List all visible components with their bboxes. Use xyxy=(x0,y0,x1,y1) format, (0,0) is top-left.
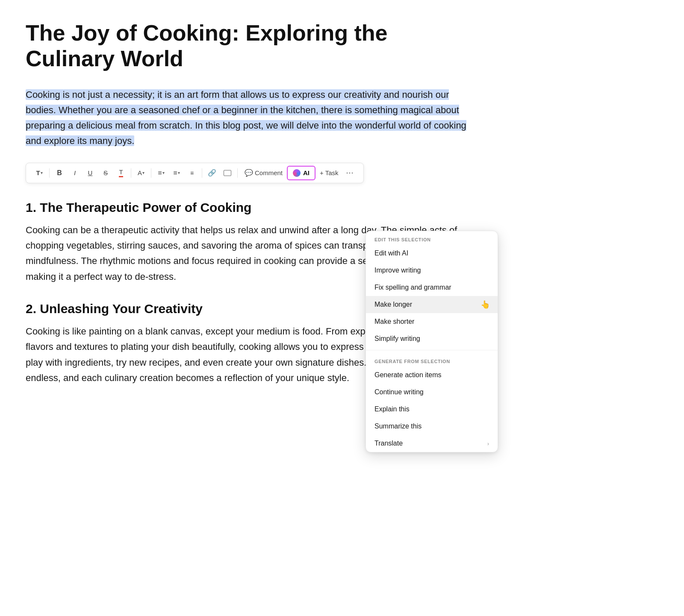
translate-item[interactable]: Translate › xyxy=(366,435,498,452)
text-style-button[interactable]: T ▾ xyxy=(32,166,47,180)
ai-dropdown-menu: EDIT THIS SELECTION Edit with AI Improve… xyxy=(366,231,498,452)
font-button[interactable]: A ▾ xyxy=(134,166,148,180)
simplify-writing-item[interactable]: Simplify writing xyxy=(366,330,498,347)
make-shorter-item[interactable]: Make shorter xyxy=(366,313,498,330)
bold-icon: B xyxy=(57,169,62,177)
generate-section-header: GENERATE FROM SELECTION xyxy=(366,353,498,367)
italic-icon: I xyxy=(74,169,76,176)
bullet-caret-icon: ▾ xyxy=(178,170,180,175)
underline-button[interactable]: U xyxy=(83,166,97,180)
improve-writing-item[interactable]: Improve writing xyxy=(366,262,498,279)
toolbar-font-group: A ▾ xyxy=(134,166,148,180)
more-options-icon: ··· xyxy=(346,168,354,177)
toolbar-align-group: ≡ ▾ ≡ ▾ ≡ xyxy=(154,166,199,180)
cursor-hand-icon: 👆 xyxy=(481,300,490,309)
bold-button[interactable]: B xyxy=(52,166,67,180)
toolbar-insert-group: 🔗 xyxy=(205,166,235,180)
comment-label: Comment xyxy=(255,169,283,176)
text-color-icon: T xyxy=(119,168,123,177)
document-title: The Joy of Cooking: Exploring the Culina… xyxy=(26,21,470,72)
bullet-list-icon: ≡ xyxy=(173,169,177,177)
text-style-icon: T xyxy=(36,169,40,176)
task-label: + Task xyxy=(320,169,339,176)
align-caret-icon: ▾ xyxy=(162,170,165,175)
toolbar-divider-2 xyxy=(131,168,131,178)
continue-writing-item[interactable]: Continue writing xyxy=(366,384,498,401)
translate-arrow-icon: › xyxy=(487,440,489,447)
ai-button[interactable]: AI xyxy=(287,166,315,180)
ai-icon xyxy=(293,169,301,177)
align-icon: ≡ xyxy=(158,169,162,177)
comment-button[interactable]: 💬 Comment xyxy=(240,166,287,180)
indent-icon: ≡ xyxy=(190,170,194,176)
toolbar-divider-4 xyxy=(202,168,202,178)
indent-button[interactable]: ≡ xyxy=(185,166,199,180)
text-color-button[interactable]: T xyxy=(114,166,128,180)
dropdown-separator xyxy=(366,350,498,350)
toolbar-divider-5 xyxy=(237,168,238,178)
make-longer-item[interactable]: Make longer 👆 xyxy=(366,296,498,313)
toolbar-text-group: T ▾ xyxy=(32,166,47,180)
strikethrough-icon: S xyxy=(103,169,108,176)
explain-this-item[interactable]: Explain this xyxy=(366,401,498,418)
toolbar-divider-3 xyxy=(151,168,151,178)
font-caret-icon: ▾ xyxy=(142,170,144,175)
selected-text: Cooking is not just a necessity; it is a… xyxy=(26,89,466,147)
toolbar-divider-1 xyxy=(49,168,50,178)
underline-icon: U xyxy=(88,169,93,176)
font-icon: A xyxy=(138,169,142,176)
task-button[interactable]: + Task xyxy=(315,166,343,180)
align-button[interactable]: ≡ ▾ xyxy=(154,166,168,180)
caret-down-icon: ▾ xyxy=(41,170,43,175)
media-button[interactable] xyxy=(220,166,235,180)
media-icon xyxy=(224,170,231,176)
link-button[interactable]: 🔗 xyxy=(205,166,219,180)
fix-spelling-item[interactable]: Fix spelling and grammar xyxy=(366,279,498,296)
edit-with-ai-item[interactable]: Edit with AI xyxy=(366,245,498,262)
comment-icon: 💬 xyxy=(245,169,253,177)
formatting-toolbar: T ▾ B I U S T A ▾ xyxy=(26,163,364,183)
selected-paragraph-block: Cooking is not just a necessity; it is a… xyxy=(26,87,470,149)
strikethrough-button[interactable]: S xyxy=(98,166,113,180)
bullet-list-button[interactable]: ≡ ▾ xyxy=(169,166,184,180)
toolbar-format-group: B I U S T xyxy=(52,166,128,180)
italic-button[interactable]: I xyxy=(68,166,82,180)
ai-label: AI xyxy=(303,169,310,176)
edit-section-header: EDIT THIS SELECTION xyxy=(366,231,498,245)
summarize-this-item[interactable]: Summarize this xyxy=(366,418,498,435)
section1-heading: 1. The Therapeutic Power of Cooking xyxy=(26,200,470,215)
generate-action-items-item[interactable]: Generate action items xyxy=(366,367,498,384)
link-icon: 🔗 xyxy=(208,169,216,177)
more-options-button[interactable]: ··· xyxy=(343,166,357,180)
